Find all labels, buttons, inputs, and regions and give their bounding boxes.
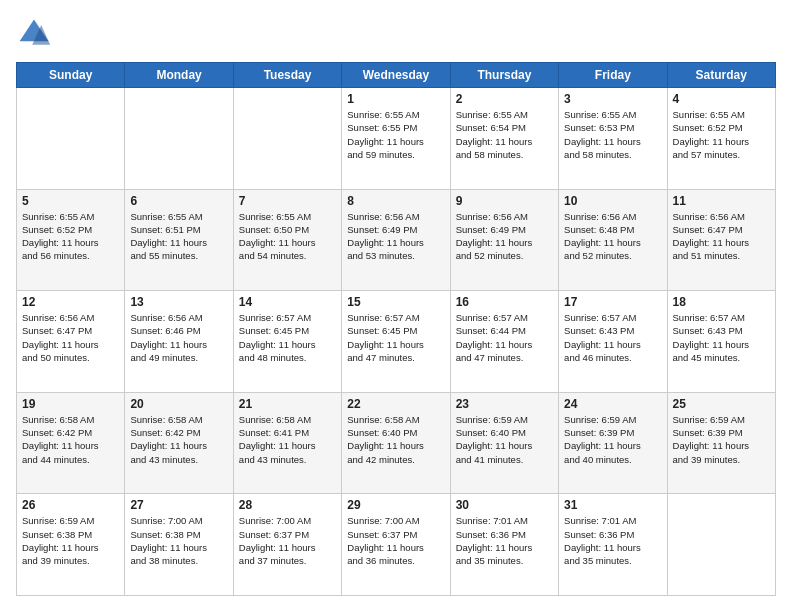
calendar-cell: 24Sunrise: 6:59 AM Sunset: 6:39 PM Dayli… [559, 392, 667, 494]
day-info: Sunrise: 6:56 AM Sunset: 6:49 PM Dayligh… [456, 210, 553, 263]
day-header-wednesday: Wednesday [342, 63, 450, 88]
week-row-2: 5Sunrise: 6:55 AM Sunset: 6:52 PM Daylig… [17, 189, 776, 291]
day-info: Sunrise: 7:00 AM Sunset: 6:37 PM Dayligh… [347, 514, 444, 567]
page: SundayMondayTuesdayWednesdayThursdayFrid… [0, 0, 792, 612]
day-number: 25 [673, 397, 770, 411]
week-row-5: 26Sunrise: 6:59 AM Sunset: 6:38 PM Dayli… [17, 494, 776, 596]
day-number: 18 [673, 295, 770, 309]
day-number: 2 [456, 92, 553, 106]
calendar-cell: 26Sunrise: 6:59 AM Sunset: 6:38 PM Dayli… [17, 494, 125, 596]
day-info: Sunrise: 6:56 AM Sunset: 6:47 PM Dayligh… [673, 210, 770, 263]
day-info: Sunrise: 6:55 AM Sunset: 6:52 PM Dayligh… [22, 210, 119, 263]
calendar-cell: 7Sunrise: 6:55 AM Sunset: 6:50 PM Daylig… [233, 189, 341, 291]
calendar-cell: 10Sunrise: 6:56 AM Sunset: 6:48 PM Dayli… [559, 189, 667, 291]
calendar-cell [125, 88, 233, 190]
calendar-cell: 19Sunrise: 6:58 AM Sunset: 6:42 PM Dayli… [17, 392, 125, 494]
calendar-cell: 11Sunrise: 6:56 AM Sunset: 6:47 PM Dayli… [667, 189, 775, 291]
calendar-cell: 6Sunrise: 6:55 AM Sunset: 6:51 PM Daylig… [125, 189, 233, 291]
calendar-cell [17, 88, 125, 190]
calendar-cell: 8Sunrise: 6:56 AM Sunset: 6:49 PM Daylig… [342, 189, 450, 291]
logo-icon [16, 16, 52, 52]
day-info: Sunrise: 6:57 AM Sunset: 6:44 PM Dayligh… [456, 311, 553, 364]
day-number: 24 [564, 397, 661, 411]
calendar-cell: 31Sunrise: 7:01 AM Sunset: 6:36 PM Dayli… [559, 494, 667, 596]
calendar-table: SundayMondayTuesdayWednesdayThursdayFrid… [16, 62, 776, 596]
calendar-cell: 9Sunrise: 6:56 AM Sunset: 6:49 PM Daylig… [450, 189, 558, 291]
day-info: Sunrise: 6:58 AM Sunset: 6:40 PM Dayligh… [347, 413, 444, 466]
calendar-cell: 20Sunrise: 6:58 AM Sunset: 6:42 PM Dayli… [125, 392, 233, 494]
day-info: Sunrise: 6:59 AM Sunset: 6:39 PM Dayligh… [673, 413, 770, 466]
day-header-sunday: Sunday [17, 63, 125, 88]
header-row: SundayMondayTuesdayWednesdayThursdayFrid… [17, 63, 776, 88]
day-number: 21 [239, 397, 336, 411]
day-info: Sunrise: 7:00 AM Sunset: 6:38 PM Dayligh… [130, 514, 227, 567]
calendar-cell: 14Sunrise: 6:57 AM Sunset: 6:45 PM Dayli… [233, 291, 341, 393]
calendar-cell: 13Sunrise: 6:56 AM Sunset: 6:46 PM Dayli… [125, 291, 233, 393]
day-number: 4 [673, 92, 770, 106]
day-info: Sunrise: 6:58 AM Sunset: 6:41 PM Dayligh… [239, 413, 336, 466]
calendar-cell: 21Sunrise: 6:58 AM Sunset: 6:41 PM Dayli… [233, 392, 341, 494]
calendar-cell: 18Sunrise: 6:57 AM Sunset: 6:43 PM Dayli… [667, 291, 775, 393]
week-row-1: 1Sunrise: 6:55 AM Sunset: 6:55 PM Daylig… [17, 88, 776, 190]
logo [16, 16, 56, 52]
day-header-monday: Monday [125, 63, 233, 88]
day-info: Sunrise: 6:55 AM Sunset: 6:54 PM Dayligh… [456, 108, 553, 161]
day-info: Sunrise: 6:59 AM Sunset: 6:39 PM Dayligh… [564, 413, 661, 466]
day-number: 30 [456, 498, 553, 512]
week-row-4: 19Sunrise: 6:58 AM Sunset: 6:42 PM Dayli… [17, 392, 776, 494]
day-info: Sunrise: 6:55 AM Sunset: 6:50 PM Dayligh… [239, 210, 336, 263]
day-info: Sunrise: 7:01 AM Sunset: 6:36 PM Dayligh… [564, 514, 661, 567]
calendar-cell: 28Sunrise: 7:00 AM Sunset: 6:37 PM Dayli… [233, 494, 341, 596]
day-number: 16 [456, 295, 553, 309]
day-number: 11 [673, 194, 770, 208]
day-info: Sunrise: 6:59 AM Sunset: 6:40 PM Dayligh… [456, 413, 553, 466]
day-info: Sunrise: 6:56 AM Sunset: 6:48 PM Dayligh… [564, 210, 661, 263]
day-number: 28 [239, 498, 336, 512]
day-info: Sunrise: 6:57 AM Sunset: 6:43 PM Dayligh… [673, 311, 770, 364]
day-number: 19 [22, 397, 119, 411]
day-info: Sunrise: 6:55 AM Sunset: 6:55 PM Dayligh… [347, 108, 444, 161]
day-info: Sunrise: 6:58 AM Sunset: 6:42 PM Dayligh… [22, 413, 119, 466]
calendar-cell: 4Sunrise: 6:55 AM Sunset: 6:52 PM Daylig… [667, 88, 775, 190]
day-header-thursday: Thursday [450, 63, 558, 88]
day-number: 6 [130, 194, 227, 208]
day-header-tuesday: Tuesday [233, 63, 341, 88]
day-info: Sunrise: 6:56 AM Sunset: 6:47 PM Dayligh… [22, 311, 119, 364]
calendar-cell: 3Sunrise: 6:55 AM Sunset: 6:53 PM Daylig… [559, 88, 667, 190]
day-info: Sunrise: 6:57 AM Sunset: 6:45 PM Dayligh… [347, 311, 444, 364]
day-number: 8 [347, 194, 444, 208]
day-number: 14 [239, 295, 336, 309]
calendar-cell: 16Sunrise: 6:57 AM Sunset: 6:44 PM Dayli… [450, 291, 558, 393]
day-number: 29 [347, 498, 444, 512]
calendar-cell: 1Sunrise: 6:55 AM Sunset: 6:55 PM Daylig… [342, 88, 450, 190]
day-header-friday: Friday [559, 63, 667, 88]
day-number: 26 [22, 498, 119, 512]
day-number: 13 [130, 295, 227, 309]
calendar-cell: 29Sunrise: 7:00 AM Sunset: 6:37 PM Dayli… [342, 494, 450, 596]
calendar-cell [667, 494, 775, 596]
day-number: 12 [22, 295, 119, 309]
day-number: 20 [130, 397, 227, 411]
day-number: 22 [347, 397, 444, 411]
calendar-cell: 27Sunrise: 7:00 AM Sunset: 6:38 PM Dayli… [125, 494, 233, 596]
day-number: 3 [564, 92, 661, 106]
calendar-cell: 22Sunrise: 6:58 AM Sunset: 6:40 PM Dayli… [342, 392, 450, 494]
day-number: 15 [347, 295, 444, 309]
day-info: Sunrise: 6:56 AM Sunset: 6:49 PM Dayligh… [347, 210, 444, 263]
calendar-cell [233, 88, 341, 190]
day-info: Sunrise: 6:55 AM Sunset: 6:53 PM Dayligh… [564, 108, 661, 161]
day-info: Sunrise: 7:01 AM Sunset: 6:36 PM Dayligh… [456, 514, 553, 567]
day-number: 5 [22, 194, 119, 208]
calendar-cell: 12Sunrise: 6:56 AM Sunset: 6:47 PM Dayli… [17, 291, 125, 393]
calendar-cell: 17Sunrise: 6:57 AM Sunset: 6:43 PM Dayli… [559, 291, 667, 393]
day-info: Sunrise: 6:56 AM Sunset: 6:46 PM Dayligh… [130, 311, 227, 364]
day-header-saturday: Saturday [667, 63, 775, 88]
week-row-3: 12Sunrise: 6:56 AM Sunset: 6:47 PM Dayli… [17, 291, 776, 393]
calendar-cell: 23Sunrise: 6:59 AM Sunset: 6:40 PM Dayli… [450, 392, 558, 494]
day-number: 31 [564, 498, 661, 512]
calendar-cell: 2Sunrise: 6:55 AM Sunset: 6:54 PM Daylig… [450, 88, 558, 190]
calendar-cell: 5Sunrise: 6:55 AM Sunset: 6:52 PM Daylig… [17, 189, 125, 291]
day-info: Sunrise: 6:57 AM Sunset: 6:45 PM Dayligh… [239, 311, 336, 364]
day-number: 27 [130, 498, 227, 512]
header [16, 16, 776, 52]
